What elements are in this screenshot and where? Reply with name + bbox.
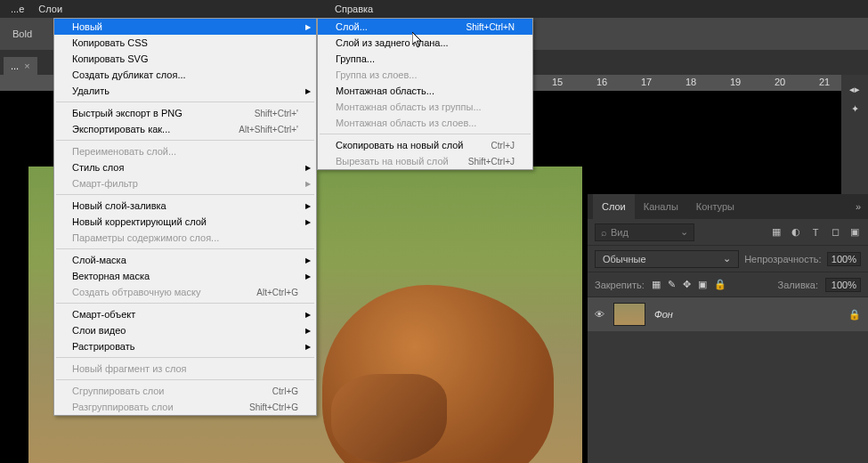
submenu-arrow-icon: ▶ [305, 87, 311, 95]
ruler-mark: 21 [819, 77, 830, 87]
tab-channels[interactable]: Каналы [635, 194, 687, 219]
lock-all-icon[interactable]: 🔒 [714, 279, 726, 290]
filter-adjust-icon[interactable]: ◐ [790, 226, 802, 239]
submenu-arrow-icon: ▶ [305, 218, 311, 226]
menu-item-export-png[interactable]: Быстрый экспорт в PNGShift+Ctrl+' [54, 105, 316, 121]
submenu-item-group[interactable]: Группа... [318, 51, 532, 67]
submenu-item-layer[interactable]: Слой... Shift+Ctrl+N [318, 19, 532, 35]
menu-separator [56, 248, 314, 249]
ruler-mark: 16 [596, 77, 607, 87]
close-icon[interactable]: × [24, 61, 29, 71]
opacity-label: Непрозрачность: [744, 254, 821, 264]
submenu-item-bg-layer[interactable]: Слой из заднего плана... [318, 35, 532, 51]
lock-transparent-icon[interactable]: ▦ [652, 279, 661, 290]
font-style-label: Bold [7, 27, 37, 41]
lock-move-icon[interactable]: ✥ [683, 279, 691, 290]
menu-separator [56, 194, 314, 195]
collapse-icon[interactable]: ◂▸ [848, 82, 862, 96]
menu-truncated[interactable]: ...е [4, 0, 31, 18]
menu-item-new[interactable]: Новый ▶ [54, 19, 316, 35]
menu-label: Смарт-фильтр [72, 178, 138, 189]
layer-filter-select[interactable]: ⌕ Вид ⌄ [595, 223, 694, 241]
submenu-item-group-from-layers: Группа из слоев... [318, 67, 532, 83]
menu-item-rasterize[interactable]: Растрировать▶ [54, 338, 316, 354]
menu-shortcut: Shift+Ctrl+J [468, 157, 515, 167]
menu-label: Новый корректирующий слой [72, 216, 207, 227]
menu-item-layer-style[interactable]: Стиль слоя▶ [54, 159, 316, 175]
menu-label: Монтажная область из группы... [336, 102, 482, 112]
menu-layers[interactable]: Слои [31, 0, 69, 18]
blend-mode-label: Обычные [603, 254, 646, 264]
menu-item-video-layers[interactable]: Слои видео▶ [54, 322, 316, 338]
tab-paths[interactable]: Контуры [687, 194, 743, 219]
menu-label: Создать обтравочную маску [72, 287, 200, 297]
opacity-value[interactable]: 100% [827, 252, 861, 266]
lock-icon[interactable]: 🔒 [848, 309, 861, 321]
fill-value[interactable]: 100% [825, 278, 861, 292]
lock-artboard-icon[interactable]: ▣ [698, 279, 707, 290]
submenu-item-copy-new[interactable]: Скопировать на новый слойCtrl+J [318, 137, 532, 153]
layers-panel: Слои Каналы Контуры » ⌕ Вид ⌄ ▦ ◐ T ◻ ▣ … [588, 194, 868, 463]
filter-type-icon[interactable]: T [809, 226, 822, 239]
submenu-arrow-icon: ▶ [305, 256, 311, 264]
chevron-down-icon: ⌄ [680, 226, 688, 238]
lock-icons: ▦ ✎ ✥ ▣ 🔒 [652, 279, 726, 290]
blend-mode-select[interactable]: Обычные ⌄ [595, 250, 739, 268]
menu-help[interactable]: Справка [328, 0, 380, 18]
lock-brush-icon[interactable]: ✎ [668, 279, 676, 290]
menu-item-delete[interactable]: Удалить▶ [54, 83, 316, 99]
ruler-mark: 17 [641, 77, 652, 87]
submenu-arrow-icon: ▶ [305, 327, 311, 335]
menu-label: Создать дубликат слоя... [72, 69, 186, 80]
menu-label: Группа... [336, 53, 375, 64]
menu-item-new-adjust[interactable]: Новый корректирующий слой▶ [54, 214, 316, 230]
menu-label: Удалить [72, 85, 110, 96]
menu-item-rename: Переименовать слой... [54, 143, 316, 159]
chevron-down-icon: ⌄ [723, 253, 731, 264]
menu-item-copy-css[interactable]: Копировать CSS [54, 35, 316, 51]
menu-item-content-opts: Параметры содержимого слоя... [54, 230, 316, 246]
right-panel-strip: ◂▸ ✦ [841, 75, 868, 194]
filter-label: Вид [611, 227, 629, 238]
tab-layers[interactable]: Слои [593, 194, 635, 219]
filter-smart-icon[interactable]: ▣ [848, 226, 861, 239]
menu-item-smart-object[interactable]: Смарт-объект▶ [54, 306, 316, 322]
filter-shape-icon[interactable]: ◻ [829, 226, 841, 239]
menu-item-export-as[interactable]: Экспортировать как...Alt+Shift+Ctrl+' [54, 121, 316, 137]
layer-name[interactable]: Фон [654, 309, 673, 320]
submenu-arrow-icon: ▶ [305, 343, 311, 351]
menu-separator [56, 379, 314, 380]
submenu-item-artboard-group: Монтажная область из группы... [318, 99, 532, 115]
menu-item-copy-svg[interactable]: Копировать SVG [54, 51, 316, 67]
menu-label: Слои видео [72, 325, 126, 336]
menu-item-duplicate[interactable]: Создать дубликат слоя... [54, 67, 316, 83]
menu-shortcut: Ctrl+G [272, 386, 298, 396]
menu-item-new-fill[interactable]: Новый слой-заливка▶ [54, 198, 316, 214]
layer-row[interactable]: 👁 Фон 🔒 [588, 297, 868, 331]
menu-label: Векторная маска [72, 271, 150, 281]
menu-item-smart-filter: Смарт-фильтр▶ [54, 175, 316, 191]
filter-row: ⌕ Вид ⌄ ▦ ◐ T ◻ ▣ [588, 219, 868, 246]
menu-label: Копировать SVG [72, 53, 149, 64]
menu-label: Слой-маска [72, 255, 126, 265]
filter-pixel-icon[interactable]: ▦ [770, 226, 783, 239]
panel-tabs: Слои Каналы Контуры » [588, 194, 868, 219]
menu-item-clip-mask: Создать обтравочную маскуAlt+Ctrl+G [54, 284, 316, 300]
submenu-arrow-icon: ▶ [305, 164, 311, 172]
lock-row: Закрепить: ▦ ✎ ✥ ▣ 🔒 Заливка: 100% [588, 272, 868, 297]
menu-item-ungroup: Разгруппировать слоиShift+Ctrl+G [54, 399, 316, 415]
submenu-arrow-icon: ▶ [305, 180, 311, 188]
menu-separator [320, 134, 531, 134]
document-tab[interactable]: ... × [4, 57, 37, 75]
layer-thumbnail[interactable] [613, 303, 645, 326]
menu-label: Монтажная область из слоев... [336, 118, 476, 128]
menu-label: Слой из заднего плана... [336, 37, 449, 48]
histogram-icon[interactable]: ✦ [848, 102, 862, 116]
menu-label: Экспортировать как... [72, 124, 170, 134]
menu-item-layer-mask[interactable]: Слой-маска▶ [54, 252, 316, 268]
menu-item-vector-mask[interactable]: Векторная маска▶ [54, 268, 316, 284]
submenu-item-artboard[interactable]: Монтажная область... [318, 83, 532, 99]
menu-shortcut: Ctrl+J [491, 141, 515, 150]
visibility-icon[interactable]: 👁 [595, 309, 604, 320]
panel-menu-icon[interactable]: » [847, 194, 868, 219]
